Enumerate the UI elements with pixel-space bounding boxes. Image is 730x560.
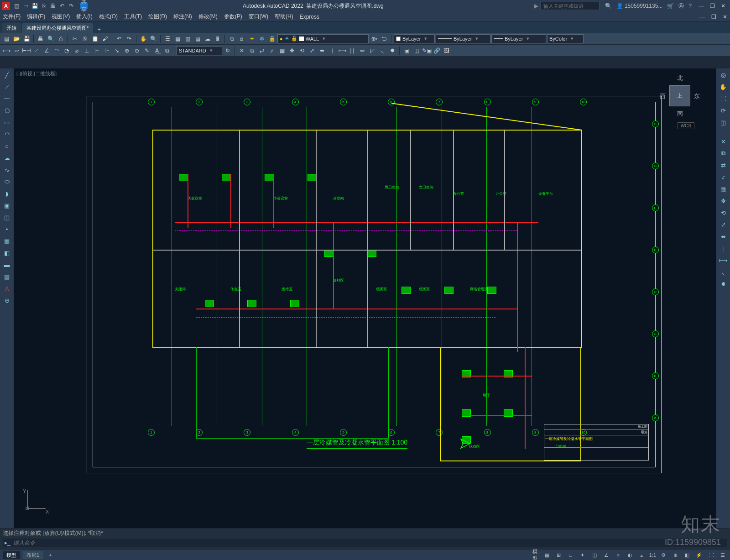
layer-prev-icon[interactable]: ⮌	[380, 34, 389, 43]
layer-states-icon[interactable]: ⧈	[237, 34, 246, 43]
matchprop-icon[interactable]: 🖌	[100, 34, 110, 43]
nav-pan-icon[interactable]: ✋	[719, 82, 728, 91]
dim-baseline-icon[interactable]: ⊩	[92, 46, 101, 55]
linetype-dropdown[interactable]: ByLayer	[436, 34, 490, 43]
docwin-min-icon[interactable]: —	[699, 14, 705, 20]
mod-scale-icon[interactable]: ⤢	[719, 220, 728, 229]
zoom-icon[interactable]: 🔍	[149, 34, 158, 43]
mod-rotate-icon[interactable]: ⟲	[719, 208, 728, 217]
pan-icon[interactable]: ✋	[139, 34, 148, 43]
calc-icon[interactable]: 🖩	[213, 34, 222, 43]
markup-icon[interactable]: ☁	[203, 34, 212, 43]
publish-icon[interactable]: ⎙	[56, 34, 65, 43]
line-icon[interactable]: ╱	[2, 70, 11, 79]
anno-scale-display[interactable]: 1:1	[649, 552, 656, 558]
copy-icon[interactable]: ⎘	[80, 34, 89, 43]
xref-icon[interactable]: 🔗	[432, 46, 441, 55]
mod-offset-icon[interactable]: ⫽	[719, 173, 728, 182]
annomonitor-icon[interactable]: ⊕	[671, 552, 680, 558]
open-icon[interactable]: 📂	[12, 34, 21, 43]
user-account[interactable]: 👤 15059991135...	[616, 3, 663, 9]
mod-array-icon[interactable]: ▦	[719, 184, 728, 194]
stretch-icon[interactable]: ⬌	[318, 46, 327, 55]
trim-icon[interactable]: ⟊	[328, 46, 337, 55]
mod-mirror-icon[interactable]: ⇄	[719, 161, 728, 170]
layer-lock-icon[interactable]: 🔒	[267, 34, 276, 43]
add-layout-button[interactable]: +	[46, 552, 55, 558]
layer-prop-icon[interactable]: ⧉	[227, 34, 236, 43]
gradient-icon[interactable]: ◧	[2, 248, 11, 257]
nav-orbit-icon[interactable]: ⟳	[719, 106, 728, 115]
dsgn-center-icon[interactable]: ▦	[173, 34, 182, 43]
viewport-label[interactable]: [-][俯视][二维线框]	[16, 70, 57, 77]
dist-icon[interactable]: ⟷	[2, 46, 11, 55]
insert-icon[interactable]: ▣	[2, 201, 11, 210]
hatch-icon[interactable]: ▦	[2, 236, 11, 246]
qat-saveas-icon[interactable]: ⎘	[40, 2, 47, 10]
dim-aligned-icon[interactable]: ⟋	[32, 46, 41, 55]
table-icon[interactable]: ▤	[2, 272, 11, 281]
pline-icon[interactable]: 〰	[2, 94, 11, 103]
properties-icon[interactable]: ☰	[163, 34, 172, 43]
array-icon[interactable]: ▦	[277, 46, 287, 55]
tab-document[interactable]: 某建设局办公楼通风空调图*	[22, 23, 93, 33]
join-icon[interactable]: ⫘	[358, 46, 367, 55]
grid-toggle-icon[interactable]: ▦	[542, 552, 552, 558]
docwin-max-icon[interactable]: ❐	[711, 14, 716, 20]
redo-icon[interactable]: ↷	[125, 34, 134, 43]
extend-icon[interactable]: ⟼	[338, 46, 347, 55]
mod-extend-icon[interactable]: ⟼	[719, 256, 728, 265]
mod-explode-icon[interactable]: ✸	[719, 279, 728, 288]
qat-save-icon[interactable]: 💾	[31, 2, 38, 10]
help-icon[interactable]: ?	[688, 3, 692, 9]
polar-toggle-icon[interactable]: ✦	[578, 552, 587, 558]
menu-parametric[interactable]: 参数(P)	[224, 13, 242, 21]
lwt-toggle-icon[interactable]: ≡	[614, 552, 623, 558]
break-icon[interactable]: ∣∣	[348, 46, 357, 55]
spline-icon[interactable]: ∿	[2, 165, 11, 174]
qat-redo-icon[interactable]: ↷	[68, 2, 75, 10]
menu-window[interactable]: 窗口(W)	[249, 13, 268, 21]
dimedit-icon[interactable]: ✎	[142, 46, 151, 55]
docwin-close-icon[interactable]: ✕	[723, 14, 727, 20]
polygon-icon[interactable]: ⬡	[2, 106, 11, 115]
osnap-toggle-icon[interactable]: ◫	[590, 552, 599, 558]
menu-insert[interactable]: 插入(I)	[76, 13, 92, 21]
ellipsearc-icon[interactable]: ◗	[2, 189, 11, 198]
block-create-icon[interactable]: ◫	[412, 46, 421, 55]
ortho-toggle-icon[interactable]: ∟	[566, 552, 575, 558]
plotstyle-dropdown[interactable]: ByColor	[547, 34, 584, 43]
cart-icon[interactable]: 🛒	[667, 3, 674, 9]
dimtedit-icon[interactable]: A͟	[152, 46, 162, 55]
makeblock-icon[interactable]: ◫	[2, 213, 11, 222]
preview-icon[interactable]: 🔍	[46, 34, 55, 43]
tool-palettes-icon[interactable]: ▥	[183, 34, 192, 43]
hardware-accel-icon[interactable]: ⚡	[694, 552, 704, 558]
cut-icon[interactable]: ✂	[70, 34, 79, 43]
tolerance-icon[interactable]: ⊕	[122, 46, 131, 55]
viewcube-south[interactable]: 南	[677, 110, 683, 118]
layer-freeze-icon[interactable]: ❄	[257, 34, 266, 43]
dim-radius-icon[interactable]: ◔	[62, 46, 71, 55]
menu-file[interactable]: 文件(F)	[3, 13, 21, 21]
menu-dimension[interactable]: 标注(N)	[173, 13, 192, 21]
print-icon[interactable]: 🖶	[36, 34, 45, 43]
dim-angular-icon[interactable]: ∠	[42, 46, 51, 55]
dim-ordinate-icon[interactable]: ⊥	[82, 46, 91, 55]
layer-match-icon[interactable]: ⟴	[370, 34, 379, 43]
annoscale-toggle-icon[interactable]: ⟁	[637, 552, 647, 558]
qat-plot-icon[interactable]: 🖶	[49, 2, 57, 10]
minimize-button[interactable]: —	[696, 3, 706, 9]
block-edit-icon[interactable]: ✎▣	[422, 46, 431, 55]
nav-showhide-icon[interactable]: ◫	[719, 118, 728, 127]
fillet-icon[interactable]: ◟	[378, 46, 387, 55]
explode-icon[interactable]: ✸	[388, 46, 397, 55]
region-icon[interactable]: ▬	[2, 260, 11, 269]
mod-stretch-icon[interactable]: ⬌	[719, 232, 728, 241]
rectangle-icon[interactable]: ▭	[2, 118, 11, 127]
transparency-toggle-icon[interactable]: ◐	[626, 552, 635, 558]
qat-undo-icon[interactable]: ↶	[58, 2, 66, 10]
erase-icon[interactable]: ✕	[237, 46, 246, 55]
scale-icon[interactable]: ⤢	[308, 46, 317, 55]
snap-toggle-icon[interactable]: ⊞	[554, 552, 563, 558]
